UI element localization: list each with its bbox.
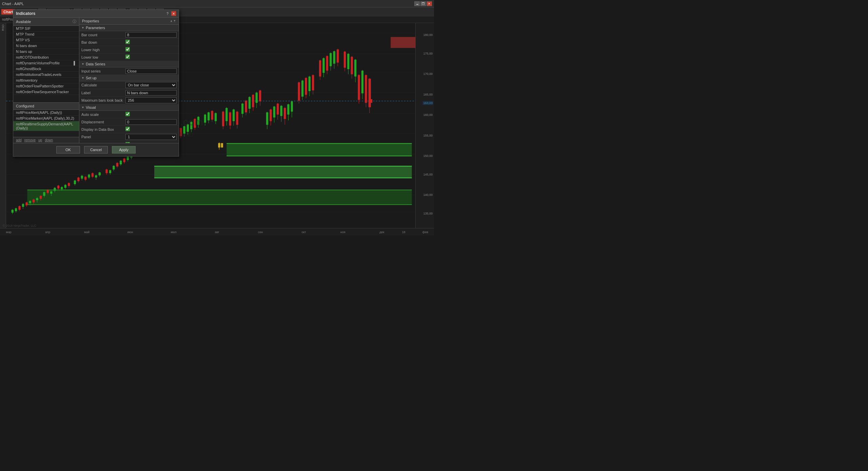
price-markers-checkbox[interactable] [125,142,130,143]
svg-rect-23 [12,210,14,213]
price-level-170: 170,00 [423,72,433,76]
setup-triangle: ▼ [81,76,84,80]
price-level-160: 160,00 [423,113,433,117]
bar-count-label: Bar count [81,33,125,37]
available-item[interactable]: noftGhostBlock [13,66,79,72]
setup-label: Set up [86,76,97,80]
svg-rect-132 [221,143,223,147]
available-info-icon[interactable]: ⓘ [73,19,76,24]
apply-button[interactable]: Apply [112,146,136,153]
setup-section-header[interactable]: ▼ Set up [79,75,179,81]
minimize-button[interactable]: 🗕 [414,1,420,6]
svg-rect-81 [120,161,122,164]
display-data-box-checkbox[interactable] [125,127,130,131]
auto-scale-row: Auto scale [79,111,179,118]
available-item[interactable]: N bars up [13,49,79,55]
available-item[interactable]: noftInventory [13,78,79,83]
titlebar: Chart - AAPL 🗕 🗖 ✕ [0,0,434,7]
data-series-triangle: ▼ [81,62,84,66]
svg-rect-15 [154,166,412,178]
close-button[interactable]: ✕ [427,1,432,6]
available-item[interactable]: MTP VS [13,37,79,43]
max-bars-row: Maximum bars look back 256 512 1024 [79,97,179,104]
max-bars-select[interactable]: 256 512 1024 [125,97,177,103]
lower-low-checkbox[interactable] [125,55,130,59]
remove-link[interactable]: remove [24,138,36,142]
displacement-input[interactable] [125,119,177,125]
visual-section-header[interactable]: ▼ Visual [79,104,179,111]
price-level-180: 180,00 [423,33,433,37]
configured-list: noftPriceAlert(AAPL (Daily)) noftPriceMa… [13,110,79,137]
available-header: Available ⓘ [13,18,79,26]
down-link[interactable]: down [45,138,53,142]
cancel-button[interactable]: Cancel [84,146,108,153]
input-series-label: Input series [81,69,125,73]
svg-rect-51 [61,187,63,189]
svg-rect-182 [319,60,321,77]
svg-rect-55 [68,183,70,186]
svg-rect-65 [88,175,90,178]
modal-left-panel: Available ⓘ MTP SIF MTP Trend MTP VS N b… [13,18,79,143]
props-scroll-up[interactable]: ▲ [170,19,173,23]
modal-footer-left: add remove up down [13,137,79,143]
configured-item[interactable]: noftRealtimeSupplyDemand(AAPL (Daily)) [13,121,79,131]
calculate-select[interactable]: On bar close On each tick [125,82,177,88]
modal-close-button[interactable]: ✕ [171,11,176,16]
available-item[interactable]: noftOrderFlowPatternSpotter [13,83,79,89]
svg-rect-39 [40,196,42,199]
available-item[interactable]: N bars down [13,43,79,49]
configured-item[interactable]: noftPriceMarker(AAPL (Daily),30,2) [13,116,79,121]
svg-rect-178 [309,77,311,91]
input-series-row: Input series [79,67,179,75]
left-panel: RSD [0,23,6,228]
auto-scale-checkbox[interactable] [125,112,130,116]
bar-count-value[interactable] [125,32,177,38]
props-scroll-down[interactable]: ▼ [173,19,176,23]
up-link[interactable]: up [38,138,42,142]
svg-rect-21 [391,37,415,48]
svg-rect-19 [226,143,412,144]
svg-rect-69 [95,175,97,177]
modal-titlebar: Indicators ? ✕ [13,10,179,18]
time-label-mar: мар [6,230,11,234]
svg-rect-204 [361,70,363,93]
lower-low-label: Lower low [81,55,125,59]
properties-label: Properties [82,19,99,23]
modal-buttons: OK Cancel Apply [13,143,179,156]
calculate-label: Calculate [81,83,125,87]
time-label-aug: авг [215,230,219,234]
lower-high-checkbox[interactable] [125,47,130,52]
available-list[interactable]: MTP SIF MTP Trend MTP VS N bars down N b… [13,26,79,102]
input-series-input[interactable] [125,68,177,74]
parameters-label: Parameters [86,26,105,30]
panel-select[interactable]: 1 2 3 [125,134,177,140]
svg-rect-194 [344,52,346,68]
available-item[interactable]: MTP Trend [13,32,79,37]
ok-button[interactable]: OK [56,146,80,153]
price-level-140: 140,00 [423,193,433,197]
svg-rect-75 [109,170,111,173]
time-label-apr: апр [45,230,50,234]
svg-rect-27 [18,206,20,210]
available-item[interactable]: noftOrderFlowSequenceTracker [13,89,79,95]
bar-down-checkbox[interactable] [125,40,130,44]
svg-rect-206 [365,75,367,103]
data-series-section-header[interactable]: ▼ Data Series [79,61,179,67]
available-item[interactable]: MTP SIF [13,26,79,32]
configured-item[interactable]: noftPriceAlert(AAPL (Daily)) [13,110,79,116]
svg-rect-136 [225,108,228,121]
maximize-button[interactable]: 🗖 [420,1,426,6]
label-input[interactable] [125,90,177,96]
svg-rect-166 [284,108,286,119]
modal-help-button[interactable]: ? [165,11,170,16]
parameters-section-header[interactable]: ▼ Parameters [79,25,179,31]
svg-rect-29 [22,204,24,207]
add-link[interactable]: add [16,138,22,142]
available-item[interactable]: noftInstitutionalTradeLevels [13,72,79,78]
bar-count-input[interactable] [125,32,177,38]
svg-rect-57 [74,181,76,184]
available-item[interactable]: noftCOTDistribution [13,55,79,60]
available-item[interactable]: noftDynamicVolumeProfile ▌ [13,60,79,66]
data-series-label: Data Series [86,62,105,66]
time-label-jun: июн [127,230,133,234]
